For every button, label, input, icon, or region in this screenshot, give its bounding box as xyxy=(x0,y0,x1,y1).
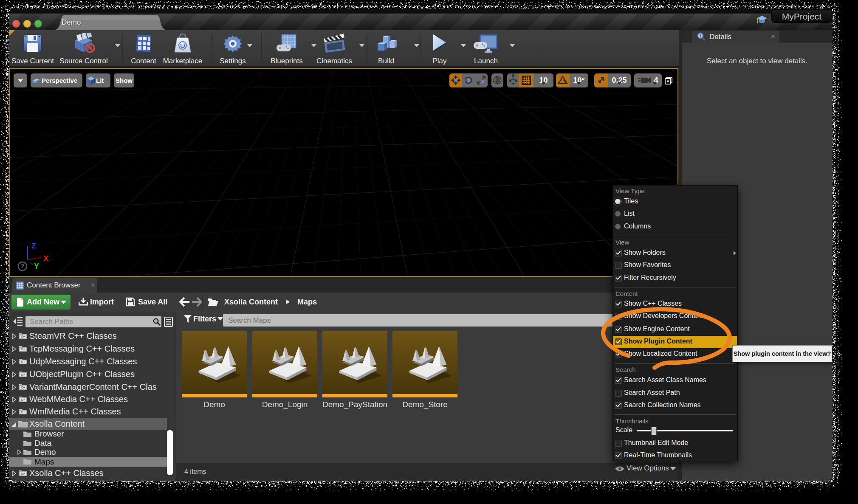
svg-text:Y: Y xyxy=(34,262,39,270)
svg-text:X: X xyxy=(43,254,48,263)
svg-text:i: i xyxy=(700,34,701,38)
svg-text:?: ? xyxy=(20,262,24,270)
svg-text:Z: Z xyxy=(31,242,36,250)
